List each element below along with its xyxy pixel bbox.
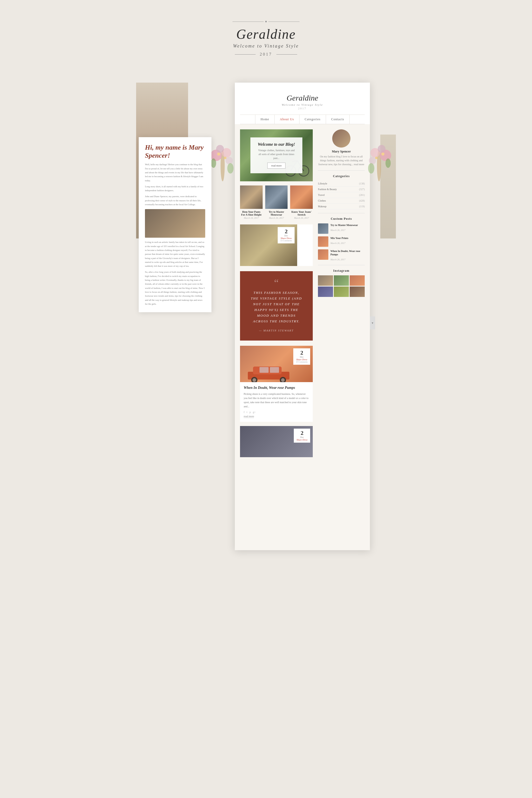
social-twitter[interactable]: t bbox=[247, 411, 247, 414]
svg-point-3 bbox=[216, 145, 224, 153]
sidebar-custom-posts-title: Custom Posts bbox=[318, 217, 365, 221]
ig-thumb-5[interactable] bbox=[334, 286, 349, 297]
sidebar-categories: Categories Lifestyle (138) Fashion & Bea… bbox=[318, 174, 365, 209]
author-avatar bbox=[332, 129, 350, 148]
outer-page: Geraldine Welcome to Vintage Style 2017 … bbox=[0, 0, 532, 798]
category-name-2: Travel bbox=[318, 193, 325, 196]
custom-post-title-0: Try to Master Menswear bbox=[330, 223, 358, 227]
sidebar-custom-posts: Custom Posts Try to Master Menswear Marc… bbox=[318, 217, 365, 261]
post-thumb-date-1: March 24, 2017 bbox=[240, 217, 263, 219]
ig-thumb-6[interactable] bbox=[350, 286, 365, 297]
post-date-badge-1: 2 Dec Share Drew 15 Comments bbox=[278, 227, 294, 243]
custom-post-info-2: When In Doubt, Wear rose Pumps March 26,… bbox=[330, 249, 365, 261]
custom-post-title-2: When In Doubt, Wear rose Pumps bbox=[330, 249, 365, 256]
category-item-3[interactable]: Clothes (428) bbox=[318, 198, 365, 204]
pumps-excerpt: Picking shoes is a very complicated busi… bbox=[244, 392, 309, 408]
hero-cta-button[interactable]: read more bbox=[267, 163, 285, 169]
post-card-pumps: 2 Dec Share Drew 15 Comments When In Dou… bbox=[240, 346, 313, 422]
nav-categories[interactable]: Categories bbox=[300, 115, 326, 124]
category-item-2[interactable]: Travel (281) bbox=[318, 192, 365, 198]
quote-text: THIS FASHION SEASON, THE VINTAGE STYLE (… bbox=[250, 290, 302, 324]
sidebar-author-bio: On my fashion blog I love to focus on al… bbox=[318, 155, 365, 166]
about-para-3: John and Diane Spencer, my parents, were… bbox=[145, 194, 205, 207]
pumps-day: 2 bbox=[296, 350, 307, 356]
custom-post-date-0: March 26, 2017 bbox=[330, 229, 345, 231]
category-item-4[interactable]: Makeup (119) bbox=[318, 204, 365, 209]
custom-post-1[interactable]: Mix Your Prints March 26, 2017 bbox=[318, 236, 365, 247]
sidebar: Mary Spencer On my fashion blog I love t… bbox=[318, 129, 365, 458]
category-count-4: (119) bbox=[359, 205, 365, 208]
social-pinterest[interactable]: p bbox=[249, 411, 251, 414]
post-card-body-1 bbox=[297, 225, 313, 266]
sidebar-author: Mary Spencer On my fashion blog I love t… bbox=[318, 129, 365, 166]
hero-title: Welcome to our Blog! bbox=[256, 142, 296, 147]
site-tagline: Welcome to Vintage Style bbox=[5, 43, 527, 49]
ig-thumb-1[interactable] bbox=[318, 276, 333, 286]
post-thumb-2: Try to Master Menswear March 26, 2017 bbox=[265, 186, 288, 219]
site-year: 2017 bbox=[260, 52, 272, 57]
blog-year: 2017 bbox=[245, 107, 360, 110]
pumps-title: When In Doubt, Wear rose Pumps bbox=[244, 386, 309, 390]
post-card-bottom-img: 2 Dec Share Drew bbox=[240, 426, 313, 457]
ig-thumb-4[interactable] bbox=[318, 286, 333, 297]
sidebar-instagram: Instagram bbox=[318, 269, 365, 297]
social-facebook[interactable]: f bbox=[244, 411, 244, 414]
hero-image: Welcome to our Blog! Vintage clothes, fu… bbox=[240, 129, 313, 181]
floral-decoration-right bbox=[362, 140, 396, 192]
post-month-1: Dec bbox=[280, 234, 292, 237]
scroll-handle[interactable]: ▼ bbox=[370, 317, 375, 329]
svg-point-17 bbox=[375, 157, 378, 159]
sidebar-divider-2 bbox=[318, 213, 365, 213]
ig-thumb-3[interactable] bbox=[350, 276, 365, 286]
category-count-2: (281) bbox=[359, 193, 365, 196]
post-thumb-1: Hem Your Pants For A Shoe Height March 2… bbox=[240, 186, 263, 219]
post-thumb-date-2: March 26, 2017 bbox=[265, 217, 288, 219]
post-thumb-title-3: Know Your Jeans' Stretch bbox=[290, 210, 313, 216]
pumps-read-more[interactable]: read more bbox=[244, 415, 254, 418]
about-para-5: So, after a few long years of both study… bbox=[145, 270, 205, 306]
ig-thumb-2[interactable] bbox=[334, 276, 349, 286]
blog-window: Geraldine Welcome to Vintage Style 2017 … bbox=[235, 82, 370, 550]
category-item-0[interactable]: Lifestyle (138) bbox=[318, 181, 365, 187]
about-para-4: Living in such an artistic family has ta… bbox=[145, 240, 205, 268]
site-title: Geraldine bbox=[5, 26, 527, 42]
svg-point-8 bbox=[224, 157, 227, 159]
bottom-day: 2 bbox=[297, 430, 307, 436]
category-name-1: Fashion & Beauty bbox=[318, 188, 337, 191]
custom-post-2[interactable]: When In Doubt, Wear rose Pumps March 26,… bbox=[318, 249, 365, 261]
post-card-1: 2 Dec Share Drew 15 Comments bbox=[240, 225, 313, 266]
blog-tagline: Welcome to Vintage Style bbox=[245, 103, 360, 106]
category-count-3: (428) bbox=[359, 199, 365, 202]
svg-rect-31 bbox=[270, 367, 279, 373]
svg-point-16 bbox=[381, 152, 384, 156]
about-title: Hi, my name is Mary Spencer! bbox=[145, 144, 205, 159]
hero-description: Vintage clothes, furniture, toys and all… bbox=[256, 148, 296, 160]
nav-home[interactable]: Home bbox=[255, 115, 274, 124]
svg-point-14 bbox=[385, 158, 391, 168]
nav-about[interactable]: About Us bbox=[274, 115, 299, 124]
pumps-comments: 15 Comments bbox=[296, 361, 307, 363]
pumps-month: Dec bbox=[296, 356, 307, 358]
post-thumb-title-2: Try to Master Menswear bbox=[265, 210, 288, 216]
category-name-4: Makeup bbox=[318, 205, 326, 208]
bottom-month: Dec bbox=[297, 436, 307, 438]
pumps-social: f t p g+ bbox=[244, 411, 309, 414]
sidebar-instagram-title: Instagram bbox=[318, 269, 365, 273]
quote-mark: “ bbox=[250, 279, 302, 287]
custom-post-0[interactable]: Try to Master Menswear March 26, 2017 bbox=[318, 223, 365, 234]
social-google[interactable]: g+ bbox=[253, 411, 255, 414]
nav-contacts[interactable]: Contacts bbox=[326, 115, 350, 124]
category-item-1[interactable]: Fashion & Beauty (327) bbox=[318, 187, 365, 192]
hero-overlay: Welcome to our Blog! Vintage clothes, fu… bbox=[250, 137, 302, 173]
post-author-1: Share Drew bbox=[280, 237, 292, 240]
svg-point-29 bbox=[281, 378, 285, 382]
blog-header: Geraldine Welcome to Vintage Style 2017 … bbox=[235, 82, 370, 124]
blog-title: Geraldine bbox=[245, 94, 360, 102]
svg-point-6 bbox=[227, 163, 233, 173]
category-list: Lifestyle (138) Fashion & Beauty (327) T… bbox=[318, 181, 365, 209]
quote-attribution: — Martin Stewart bbox=[250, 328, 302, 333]
instagram-grid bbox=[318, 276, 365, 297]
year-divider: 2017 bbox=[5, 52, 527, 57]
blog-main-content: Welcome to our Blog! Vintage clothes, fu… bbox=[235, 124, 370, 463]
custom-post-date-2: March 26, 2017 bbox=[330, 258, 345, 261]
